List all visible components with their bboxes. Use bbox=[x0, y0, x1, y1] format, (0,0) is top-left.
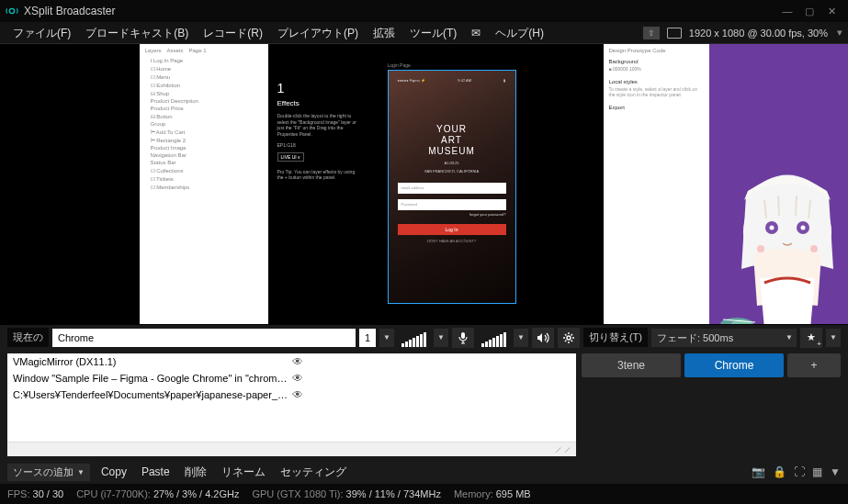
maximize-button[interactable]: ▢ bbox=[798, 3, 820, 19]
window-title: XSplit Broadcaster bbox=[24, 5, 776, 17]
scene-controls-bar: 現在の Chrome 1 ▼ ▼ ▼ 切り替え(T) フェード: 500ms ▼… bbox=[0, 324, 848, 350]
figma-canvas: 1 Effects Double-click the layout to the… bbox=[268, 44, 604, 324]
scene-add-button[interactable]: + bbox=[787, 353, 841, 377]
visibility-eye-icon[interactable]: 👁 bbox=[290, 388, 571, 401]
preview-figma-window: Layers Assets Page 1 I Log In Page ⊡ Hom… bbox=[140, 44, 709, 324]
svg-rect-9 bbox=[461, 332, 465, 339]
source-row[interactable]: Window "Sample File – Figma - Google Chr… bbox=[7, 370, 576, 386]
figma-tab-page: Page 1 bbox=[189, 48, 207, 53]
svg-point-6 bbox=[757, 245, 764, 252]
source-row[interactable]: VMagicMirror (DX11.1)👁 bbox=[7, 353, 576, 370]
menu-file[interactable]: ファイル(F) bbox=[6, 23, 78, 43]
menu-record[interactable]: レコード(R) bbox=[196, 23, 270, 43]
sources-toolbar: ソースの追加▼ Copy Paste 削除 リネーム セッティング 📷 🔒 ⛶ … bbox=[0, 460, 848, 484]
svg-point-10 bbox=[567, 336, 571, 340]
close-button[interactable]: ✕ bbox=[820, 3, 842, 19]
menu-playout[interactable]: プレイアウト(P) bbox=[270, 23, 366, 43]
statusbar: FPS: 30 / 30 CPU (i7-7700K): 27% / 3% / … bbox=[0, 484, 848, 504]
preview-background-purple bbox=[709, 44, 849, 324]
status-memory: Memory: 695 MB bbox=[454, 488, 531, 499]
source-settings-button[interactable]: セッティング bbox=[277, 463, 350, 482]
svg-point-7 bbox=[810, 245, 818, 252]
switch-label: 切り替え(T) bbox=[583, 328, 648, 347]
menu-extensions[interactable]: 拡張 bbox=[366, 23, 402, 43]
status-gpu: GPU (GTX 1080 Ti): 39% / 11% / 734MHz bbox=[252, 488, 440, 499]
settings-gear-button[interactable] bbox=[558, 328, 580, 348]
menu-help-mail[interactable]: ✉ bbox=[464, 23, 488, 43]
preview-area[interactable]: Layers Assets Page 1 I Log In Page ⊡ Hom… bbox=[0, 44, 848, 324]
visibility-eye-icon[interactable]: 👁 bbox=[290, 372, 571, 385]
monitor-icon[interactable] bbox=[667, 28, 682, 39]
layout-icon[interactable]: ▦ bbox=[812, 465, 822, 478]
minimize-button[interactable]: — bbox=[776, 3, 798, 19]
paste-button[interactable]: Paste bbox=[138, 464, 174, 480]
stream-info[interactable]: 1920 x 1080 @ 30.00 fps, 30% bbox=[689, 28, 828, 39]
figma-phone-frame: ●●●●● Figma ⚡9:42 AM▮ YOUR ART MUSEUM A1… bbox=[388, 70, 516, 304]
playback-vu-meter[interactable] bbox=[398, 329, 430, 347]
stream-info-caret-icon[interactable]: ▾ bbox=[837, 27, 842, 39]
figma-tab-assets: Assets bbox=[167, 48, 184, 53]
playback-volume-caret-icon[interactable]: ▼ bbox=[434, 329, 448, 347]
transition-dropdown[interactable]: フェード: 500ms bbox=[651, 329, 782, 347]
vtuber-avatar bbox=[709, 150, 849, 324]
scene-button-chrome[interactable]: Chrome bbox=[684, 353, 784, 377]
rename-button[interactable]: リネーム bbox=[218, 463, 269, 482]
figma-layers-panel: Layers Assets Page 1 I Log In Page ⊡ Hom… bbox=[140, 44, 268, 324]
figma-tab-layers: Layers bbox=[145, 48, 162, 53]
app-logo-icon bbox=[6, 5, 18, 17]
svg-point-0 bbox=[9, 8, 14, 13]
add-source-button[interactable]: ソースの追加▼ bbox=[7, 464, 90, 481]
share-icon[interactable]: ⇧ bbox=[643, 27, 660, 39]
scene-button-3tene[interactable]: 3tene bbox=[582, 353, 681, 377]
speaker-button[interactable] bbox=[532, 328, 554, 348]
screenshot-icon[interactable]: 📷 bbox=[752, 465, 765, 478]
expand-icon[interactable]: ⛶ bbox=[794, 465, 805, 478]
menu-tools[interactable]: ツール(T) bbox=[402, 23, 464, 43]
titlebar: XSplit Broadcaster — ▢ ✕ bbox=[0, 0, 848, 22]
delete-button[interactable]: 削除 bbox=[181, 463, 210, 482]
copy-button[interactable]: Copy bbox=[97, 464, 130, 480]
scene-number-caret-icon[interactable]: ▼ bbox=[379, 329, 394, 347]
figma-design-panel: Design Prototype Code Background ■ 00000… bbox=[604, 44, 709, 324]
menu-help[interactable]: ヘルプ(H) bbox=[488, 23, 551, 43]
menubar: ファイル(F) ブロードキャスト(B) レコード(R) プレイアウト(P) 拡張… bbox=[0, 22, 848, 44]
source-row[interactable]: C:¥Users¥Tenderfeel¥Documents¥paper¥japa… bbox=[7, 386, 576, 403]
visibility-eye-icon[interactable]: 👁 bbox=[290, 355, 571, 368]
current-scene-label: 現在の bbox=[7, 328, 49, 347]
mic-vu-meter[interactable] bbox=[478, 329, 510, 347]
lock-icon[interactable]: 🔒 bbox=[773, 465, 786, 478]
menu-broadcast[interactable]: ブロードキャスト(B) bbox=[78, 23, 196, 43]
favorite-fx-caret-icon[interactable]: ▼ bbox=[826, 329, 841, 347]
status-fps: FPS: 30 / 30 bbox=[7, 488, 63, 499]
sources-panel: VMagicMirror (DX11.1)👁 Window "Sample Fi… bbox=[7, 353, 576, 456]
scene-name-input[interactable]: Chrome bbox=[52, 329, 356, 347]
svg-point-4 bbox=[769, 226, 774, 230]
caret-down-icon[interactable]: ▼ bbox=[830, 465, 841, 478]
transition-caret-icon[interactable]: ▼ bbox=[782, 329, 797, 347]
svg-point-5 bbox=[800, 226, 805, 230]
sources-scroll-indicator: ⟋⟋ bbox=[7, 442, 576, 456]
mic-button[interactable] bbox=[452, 328, 474, 348]
favorite-fx-button[interactable]: ★+ bbox=[800, 328, 822, 348]
mic-volume-caret-icon[interactable]: ▼ bbox=[514, 329, 528, 347]
status-cpu: CPU (i7-7700K): 27% / 3% / 4.2GHz bbox=[76, 488, 239, 499]
scene-number[interactable]: 1 bbox=[359, 329, 376, 347]
scenes-panel: 3tene Chrome + bbox=[576, 350, 848, 460]
chevron-down-icon: ▼ bbox=[77, 468, 85, 476]
